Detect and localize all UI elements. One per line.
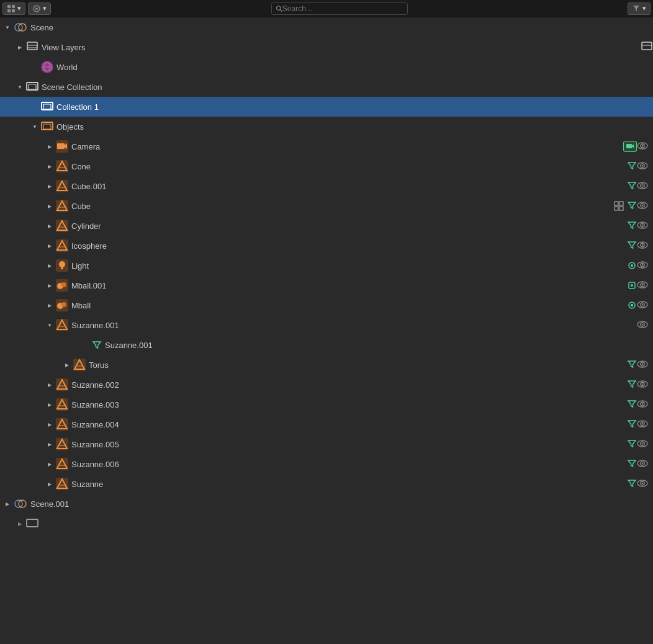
objects-label: Objects xyxy=(56,122,653,132)
search-input[interactable] xyxy=(282,4,403,13)
light-eye[interactable] xyxy=(637,261,648,271)
torus-eye[interactable] xyxy=(637,360,648,370)
cylinder-row[interactable]: Cylinder xyxy=(0,216,653,236)
svg-point-59 xyxy=(642,244,643,246)
scene-collection-row[interactable]: Scene Collection xyxy=(0,77,653,97)
world-row[interactable]: World xyxy=(0,57,653,77)
suzanne001-row[interactable]: Suzanne.001 xyxy=(0,315,653,335)
svg-rect-46 xyxy=(619,207,623,210)
view-layers-expand[interactable] xyxy=(15,42,25,52)
collection-1-label: Collection 1 xyxy=(56,102,653,112)
light-badge xyxy=(627,261,637,271)
cylinder-eye[interactable] xyxy=(637,221,648,231)
cube-row[interactable]: Cube xyxy=(0,196,653,216)
suzanne006-eye[interactable] xyxy=(637,459,648,469)
suzanne-expand[interactable] xyxy=(45,479,55,489)
suzanne003-expand[interactable] xyxy=(45,400,55,409)
torus-row[interactable]: Torus xyxy=(0,355,653,375)
mball-eye[interactable] xyxy=(637,300,648,310)
mball001-row[interactable]: Mball.001 xyxy=(0,275,653,295)
cone-row[interactable]: Cone xyxy=(0,156,653,176)
mball001-eye[interactable] xyxy=(637,280,648,290)
svg-marker-55 xyxy=(57,241,67,250)
mball-row[interactable]: Mball xyxy=(0,295,653,315)
suzanne004-eye[interactable] xyxy=(637,419,648,429)
cube001-row[interactable]: Cube.001 xyxy=(0,176,653,196)
icosphere-expand[interactable] xyxy=(45,241,55,251)
suzanne004-row[interactable]: Suzanne.004 xyxy=(0,414,653,434)
suzanne005-eye[interactable] xyxy=(637,439,648,449)
cube-eye[interactable] xyxy=(637,201,648,211)
suzanne001-eye[interactable] xyxy=(637,320,648,330)
scene001-child-expand[interactable] xyxy=(15,519,25,529)
suzanne003-row[interactable]: Suzanne.003 xyxy=(0,395,653,414)
scene-collection-label: Scene Collection xyxy=(42,83,653,92)
suzanne001-sub-row[interactable]: Suzanne.001 xyxy=(0,335,653,355)
light-label: Light xyxy=(71,261,624,271)
cone-eye[interactable] xyxy=(637,161,648,171)
suzanne005-expand[interactable] xyxy=(45,439,55,449)
svg-point-40 xyxy=(642,185,643,186)
suzanne-eye[interactable] xyxy=(637,479,648,489)
suzanne006-label: Suzanne.006 xyxy=(71,460,624,469)
search-bar[interactable] xyxy=(271,2,408,15)
cylinder-expand[interactable] xyxy=(45,221,55,231)
cube001-eye[interactable] xyxy=(637,181,648,191)
light-row[interactable]: Light xyxy=(0,256,653,275)
suzanne002-icon xyxy=(56,378,68,391)
objects-expand[interactable] xyxy=(30,122,40,132)
suzanne006-row[interactable]: Suzanne.006 xyxy=(0,454,653,474)
camera-row[interactable]: Camera xyxy=(0,136,653,156)
suzanne003-eye[interactable] xyxy=(637,400,648,409)
icosphere-label: Icosphere xyxy=(71,241,624,251)
scene-row[interactable]: Scene xyxy=(0,17,653,37)
cube001-filter xyxy=(627,181,637,192)
cone-icon xyxy=(56,160,68,172)
eye-icon-cone xyxy=(637,162,648,169)
filter-dropdown[interactable]: ▾ xyxy=(28,2,51,15)
mball001-expand[interactable] xyxy=(45,280,55,290)
filter-teal-icon3 xyxy=(627,200,637,210)
suzanne001-expand[interactable] xyxy=(45,320,55,330)
scene001-expand[interactable] xyxy=(2,499,12,509)
mball-expand[interactable] xyxy=(45,300,55,310)
svg-rect-45 xyxy=(615,207,618,210)
objects-row[interactable]: Objects xyxy=(0,117,653,136)
suzanne-row[interactable]: Suzanne xyxy=(0,474,653,494)
suzanne002-row[interactable]: Suzanne.002 xyxy=(0,375,653,395)
scene001-row[interactable]: Scene.001 xyxy=(0,494,653,514)
outliner-body: Scene View Layers World xyxy=(0,17,653,534)
filter-btn[interactable]: ▾ xyxy=(628,2,651,15)
icosphere-eye[interactable] xyxy=(637,241,648,251)
suzanne005-row[interactable]: Suzanne.005 xyxy=(0,434,653,454)
collection-1-row[interactable]: Collection 1 xyxy=(0,97,653,117)
suzanne004-expand[interactable] xyxy=(45,419,55,429)
svg-rect-10 xyxy=(27,42,37,50)
camera-badge xyxy=(623,141,637,152)
collection-1-expand[interactable] xyxy=(30,102,40,112)
view-layers-row[interactable]: View Layers xyxy=(0,37,653,57)
suzanne004-icon xyxy=(56,418,68,431)
icosphere-row[interactable]: Icosphere xyxy=(0,236,653,256)
svg-point-90 xyxy=(642,364,643,365)
camera-eye[interactable] xyxy=(637,141,648,151)
suzanne002-eye[interactable] xyxy=(637,380,648,390)
svg-marker-27 xyxy=(632,145,634,148)
suzanne006-expand[interactable] xyxy=(45,459,55,469)
camera-expand[interactable] xyxy=(45,141,55,151)
mball-icon xyxy=(56,299,68,311)
svg-marker-96 xyxy=(57,400,67,409)
scene001-child-partial[interactable] xyxy=(0,514,653,534)
cube-expand[interactable] xyxy=(45,201,55,211)
suzanne002-expand[interactable] xyxy=(45,380,55,390)
cube001-expand[interactable] xyxy=(45,181,55,191)
torus-filter xyxy=(627,359,637,371)
scene001-icon xyxy=(14,497,27,511)
torus-expand[interactable] xyxy=(62,360,72,370)
cone-expand[interactable] xyxy=(45,161,55,171)
light-expand[interactable] xyxy=(45,261,55,271)
svg-marker-111 xyxy=(57,459,67,468)
view-mode-dropdown[interactable]: ▾ xyxy=(2,2,25,15)
scene-expand[interactable] xyxy=(2,22,12,32)
scene-collection-expand[interactable] xyxy=(15,82,25,92)
